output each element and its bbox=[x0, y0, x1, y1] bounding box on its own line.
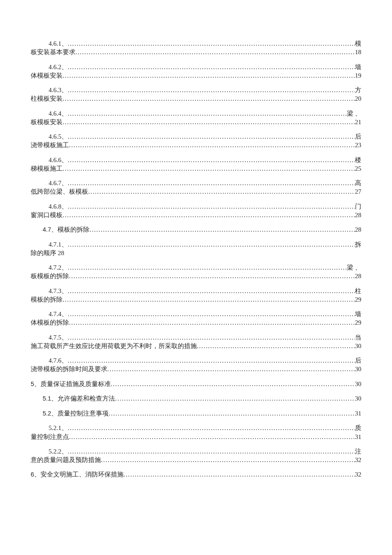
toc-entry: 4.7.4、墙体模板的拆除29 bbox=[31, 310, 361, 327]
leader-dots bbox=[68, 156, 355, 164]
leader-dots bbox=[63, 295, 355, 304]
toc-entry-text: 5.2.2、 bbox=[49, 447, 68, 456]
leader-dots bbox=[68, 263, 347, 272]
toc-entry: 4.6.5、后浇带模板施工23 bbox=[31, 132, 361, 150]
leader-dots bbox=[68, 424, 355, 432]
toc-page-number: 32 bbox=[355, 456, 361, 464]
toc-page-number: 30 bbox=[355, 380, 361, 388]
toc-page-number: 28 bbox=[355, 272, 361, 280]
toc-entry-text: 4.6.7、 bbox=[49, 179, 68, 187]
toc-row-cont: 量控制注意点31 bbox=[31, 433, 361, 441]
leader-dots bbox=[109, 409, 355, 418]
toc-row-num: 5.2.1、质 bbox=[31, 424, 361, 432]
toc-wrap-char: 拆 bbox=[355, 240, 361, 249]
leader-dots bbox=[68, 63, 355, 71]
toc-entry-text: 浇带模板施工 bbox=[31, 141, 69, 149]
toc-entry-text: 模板的拆除 bbox=[31, 295, 63, 304]
leader-dots bbox=[69, 433, 355, 441]
toc-section-number: 4.7、 bbox=[43, 226, 58, 234]
toc-wrap-char: 高 bbox=[355, 179, 361, 187]
toc-row-single: 5.1、 允许偏差和检查方法30 bbox=[31, 394, 361, 403]
toc-entry-text: 4.7.1、 bbox=[49, 240, 68, 249]
toc-wrap-char: 墙 bbox=[355, 310, 361, 318]
toc-entry: 4.7.2、梁 、板模板的拆除28 bbox=[31, 263, 361, 281]
toc-section-number: 6、 bbox=[31, 471, 40, 479]
toc-entry: 4.6.3、方柱模板安装20 bbox=[31, 86, 361, 103]
toc-row-cont: 柱模板安装20 bbox=[31, 94, 361, 103]
toc-row-num: 4.6.4、梁 、 bbox=[31, 109, 361, 118]
leader-dots bbox=[111, 380, 355, 388]
toc-entry-text: 4.6.4、 bbox=[49, 109, 68, 118]
toc-page-number: 30 bbox=[355, 342, 361, 350]
leader-dots bbox=[68, 287, 355, 295]
toc-entry: 4.7、 模板的拆除28 bbox=[31, 225, 361, 234]
toc-entry-text: 浇带模板的拆除时间及要求 bbox=[31, 365, 107, 373]
toc-wrap-char: 后 bbox=[355, 356, 361, 365]
leader-dots bbox=[63, 211, 355, 219]
toc-row-num: 5.2.2、注 bbox=[31, 447, 361, 456]
toc-page-number: 27 bbox=[355, 187, 361, 196]
toc-wrap-char: 当 bbox=[355, 333, 361, 342]
toc-page-number: 28 bbox=[355, 225, 361, 234]
toc-wrap-char: 门 bbox=[355, 202, 361, 211]
toc-page-number: 23 bbox=[355, 141, 361, 149]
toc-entry-text: 4.6.2、 bbox=[49, 63, 68, 71]
toc-entry: 4.7.5、当施工荷载所产生效应比使用荷载更为不利时，所采取的措施30 bbox=[31, 333, 361, 351]
toc-entry: 4.6.1、模板安装基本要求18 bbox=[31, 39, 361, 57]
toc-row-num: 4.6.8、门 bbox=[31, 202, 361, 211]
toc-row-num: 4.6.7、高 bbox=[31, 179, 361, 187]
leader-dots bbox=[68, 202, 355, 211]
toc-wrap-char: 墙 bbox=[355, 63, 361, 71]
toc-entry: 5.1、 允许偏差和检查方法30 bbox=[31, 394, 361, 403]
toc-entry: 4.7.6、后浇带模板的拆除时间及要求30 bbox=[31, 356, 361, 374]
toc-entry-text: 质量控制注意事项 bbox=[58, 409, 109, 418]
toc-entry: 5.2.1、质量控制注意点31 bbox=[31, 424, 361, 441]
toc-section-number: 5.2、 bbox=[43, 410, 58, 418]
toc-page-number: 30 bbox=[355, 365, 361, 373]
toc-row-cont: 除的顺序 28 bbox=[31, 249, 361, 257]
toc-row-num: 4.7.6、后 bbox=[31, 356, 361, 365]
toc-entry-text: 4.6.6、 bbox=[49, 156, 68, 164]
toc-entry: 4.6.2、墙体模板安装19 bbox=[31, 63, 361, 80]
toc-entry: 6、安全文明施工、消防环保措施32 bbox=[31, 470, 361, 479]
toc-entry: 5.2.2、注意的质量问题及预防措施32 bbox=[31, 447, 361, 465]
toc-entry: 4.6.6、楼梯模板施工25 bbox=[31, 156, 361, 173]
toc-row-cont: 意的质量问题及预防措施32 bbox=[31, 456, 361, 464]
toc-entry-text: 窗洞口模板 bbox=[31, 211, 63, 219]
leader-dots bbox=[63, 164, 355, 173]
leader-dots bbox=[68, 109, 347, 118]
leader-dots bbox=[124, 470, 355, 479]
toc-row-num: 4.7.3、柱 bbox=[31, 287, 361, 295]
toc-row-single: 6、安全文明施工、消防环保措施32 bbox=[31, 470, 361, 479]
toc-entry-text: 板模板安装 bbox=[31, 118, 63, 126]
toc-row-cont: 体模板的拆除29 bbox=[31, 318, 361, 327]
toc-wrap-char: 质 bbox=[355, 424, 361, 432]
leader-dots bbox=[63, 118, 355, 126]
toc-entry: 4.7.3、柱模板的拆除29 bbox=[31, 287, 361, 304]
toc-page-number: 18 bbox=[355, 48, 361, 56]
toc-wrap-char: 后 bbox=[355, 132, 361, 141]
toc-page-number: 21 bbox=[355, 118, 361, 126]
toc-entry-text: 板模板的拆除 bbox=[31, 272, 69, 280]
toc-entry-text: 4.7.3、 bbox=[49, 287, 68, 295]
toc-row-num: 4.7.2、梁 、 bbox=[31, 263, 361, 272]
leader-dots bbox=[68, 179, 355, 187]
toc-row-cont: 浇带模板的拆除时间及要求30 bbox=[31, 365, 361, 373]
toc-entry-text: 4.6.1、 bbox=[49, 39, 68, 48]
toc-wrap-char: 模 bbox=[355, 39, 361, 48]
toc-entry: 4.6.8、门窗洞口模板28 bbox=[31, 202, 361, 220]
toc-row-single: 5、质量保证措施及质量标准30 bbox=[31, 380, 361, 389]
toc-page-number: 28 bbox=[355, 211, 361, 219]
leader-dots bbox=[68, 132, 355, 141]
toc-row-cont: 施工荷载所产生效应比使用荷载更为不利时，所采取的措施30 bbox=[31, 342, 361, 350]
toc-row-single: 4.7、 模板的拆除28 bbox=[31, 225, 361, 234]
toc-page-number: 29 bbox=[355, 295, 361, 304]
toc-entry-text: 5.2.1、 bbox=[49, 424, 68, 432]
leader-dots bbox=[68, 356, 355, 365]
toc-entry-text: 安全文明施工、消防环保措施 bbox=[40, 470, 124, 479]
leader-dots bbox=[75, 48, 355, 56]
toc-entry-text: 除的顺序 28 bbox=[31, 249, 64, 257]
toc-row-cont: 窗洞口模板28 bbox=[31, 211, 361, 219]
toc-row-num: 4.6.5、后 bbox=[31, 132, 361, 141]
toc-row-single: 5.2、 质量控制注意事项31 bbox=[31, 409, 361, 418]
